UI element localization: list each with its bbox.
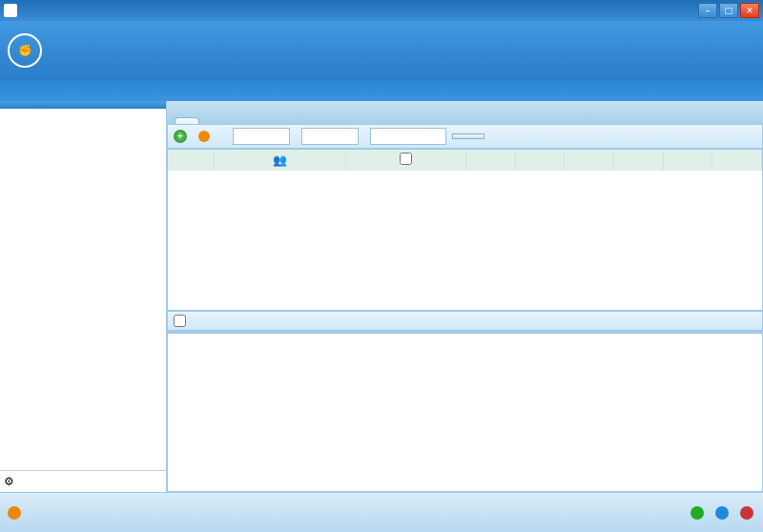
person-icon [198, 131, 210, 142]
cell-edit[interactable]: 👥 [215, 150, 346, 171]
filter-bar: + [167, 124, 763, 149]
date-to-input[interactable] [301, 128, 359, 145]
status-bar [0, 492, 763, 532]
user-icon [8, 506, 21, 520]
subtab-panel [167, 333, 763, 492]
select-all-checkbox[interactable] [174, 315, 186, 327]
main-tabs [167, 101, 763, 124]
customer-grid: 👥 [167, 149, 763, 311]
cell-source [515, 150, 565, 171]
app-icon [4, 4, 17, 17]
help-icon [715, 506, 729, 520]
tree [0, 109, 166, 470]
gear-icon: ⚙ [4, 475, 14, 488]
table-row[interactable]: 👥 [168, 150, 762, 171]
close-button[interactable]: × [740, 3, 759, 18]
keyword-input[interactable] [370, 128, 446, 145]
pager-bar [167, 311, 763, 331]
add-icon: + [174, 130, 187, 143]
titlebar: - □ × [0, 0, 763, 21]
print-icon [740, 506, 753, 520]
reg-icon [691, 506, 704, 520]
row-checkbox[interactable] [400, 153, 412, 165]
logo: ✊ [8, 33, 48, 68]
tab-customer-mgmt[interactable] [175, 117, 199, 124]
sidebar: ⚙ [0, 101, 167, 492]
cell-no [168, 150, 215, 171]
cell-contact [614, 150, 664, 171]
search-button[interactable] [452, 133, 485, 139]
maximize-button[interactable]: □ [719, 3, 738, 18]
sidebar-title [0, 101, 166, 109]
window-controls: - □ × [698, 3, 759, 18]
minimize-button[interactable]: - [698, 3, 717, 18]
date-from-input[interactable] [233, 128, 290, 145]
cell-select[interactable] [345, 150, 465, 171]
cell-pos [712, 150, 762, 171]
main-toolbar: ✊ [0, 21, 763, 80]
content: + 👥 [167, 101, 763, 492]
logo-icon: ✊ [8, 33, 42, 68]
cell-state [565, 150, 614, 171]
cell-gender [663, 150, 712, 171]
date-bar [0, 80, 763, 101]
sidebar-footer: ⚙ [0, 470, 166, 492]
cell-name [466, 150, 516, 171]
